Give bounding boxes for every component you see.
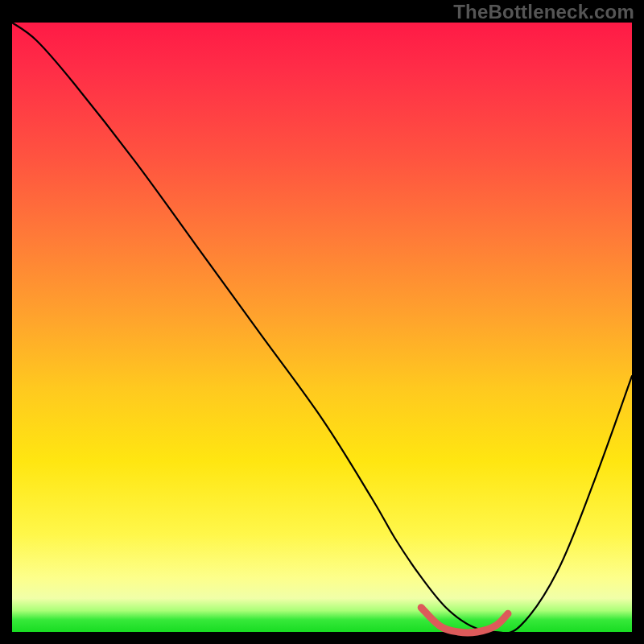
curve-layer — [12, 23, 632, 632]
plot-area — [12, 23, 632, 632]
plot-container — [12, 23, 632, 632]
valley-highlight-path — [421, 608, 508, 633]
watermark-text: TheBottleneck.com — [453, 1, 634, 23]
main-curve-path — [12, 23, 632, 633]
